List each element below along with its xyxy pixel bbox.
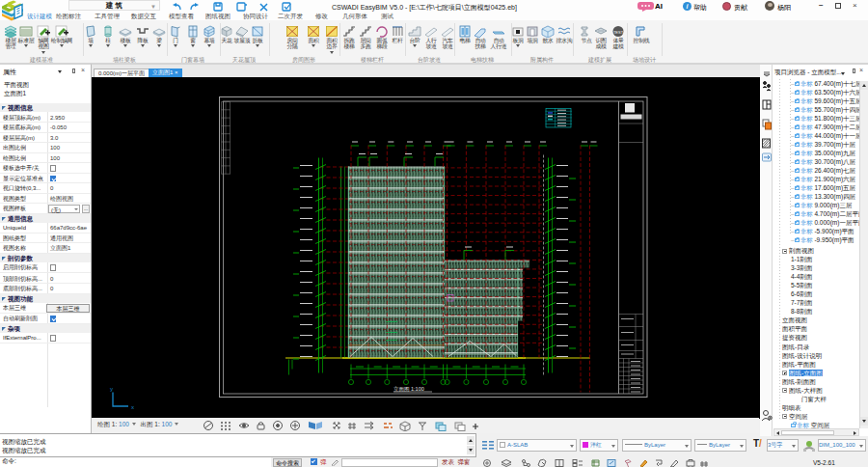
- svg-text:TEST: TEST: [613, 30, 624, 35]
- svg-text:y: y: [110, 385, 113, 391]
- svg-text:立面图 1:100: 立面图 1:100: [393, 385, 424, 392]
- svg-text:x: x: [131, 403, 134, 409]
